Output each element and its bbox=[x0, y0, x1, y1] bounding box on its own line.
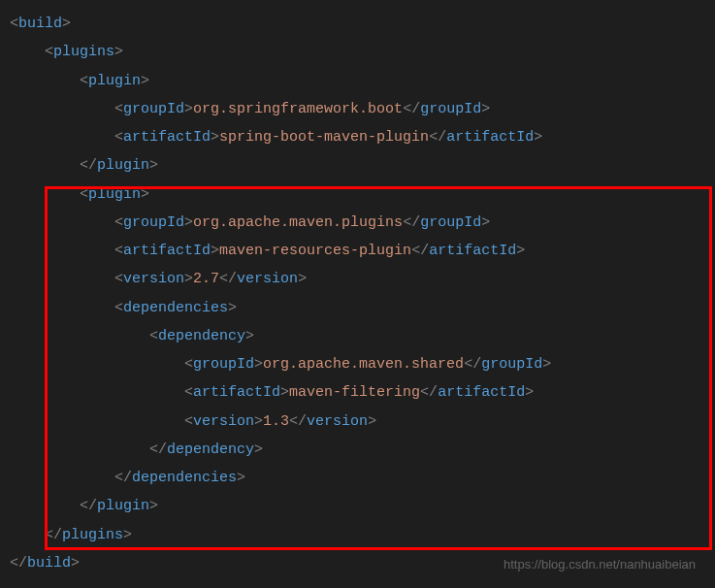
code-line: <artifactId>spring-boot-maven-plugin</ar… bbox=[10, 123, 715, 151]
code-line: </dependency> bbox=[10, 436, 715, 464]
code-line: </plugin> bbox=[10, 492, 715, 520]
code-line: <groupId>org.apache.maven.shared</groupI… bbox=[10, 350, 715, 378]
code-line: <dependency> bbox=[10, 322, 715, 350]
code-line: <plugins> bbox=[10, 38, 715, 66]
code-line: <groupId>org.springframework.boot</group… bbox=[10, 95, 715, 123]
code-line: <build> bbox=[10, 10, 715, 38]
code-line: <version>1.3</version> bbox=[10, 408, 715, 436]
watermark-text: https://blog.csdn.net/nanhuaibeian bbox=[504, 552, 696, 576]
code-line: <plugin> bbox=[10, 180, 715, 209]
code-line: <artifactId>maven-filtering</artifactId> bbox=[10, 378, 715, 407]
code-line: <dependencies> bbox=[10, 294, 715, 322]
code-line: <version>2.7</version> bbox=[10, 265, 715, 293]
code-line: </dependencies> bbox=[10, 464, 715, 492]
code-line: </plugin> bbox=[10, 151, 715, 180]
code-line: <plugin> bbox=[10, 67, 715, 95]
code-line: <artifactId>maven-resources-plugin</arti… bbox=[10, 237, 715, 265]
xml-code-block: <build> <plugins> <plugin> <groupId>org.… bbox=[0, 0, 715, 577]
code-line: </plugins> bbox=[10, 521, 715, 549]
code-line: <groupId>org.apache.maven.plugins</group… bbox=[10, 209, 715, 237]
